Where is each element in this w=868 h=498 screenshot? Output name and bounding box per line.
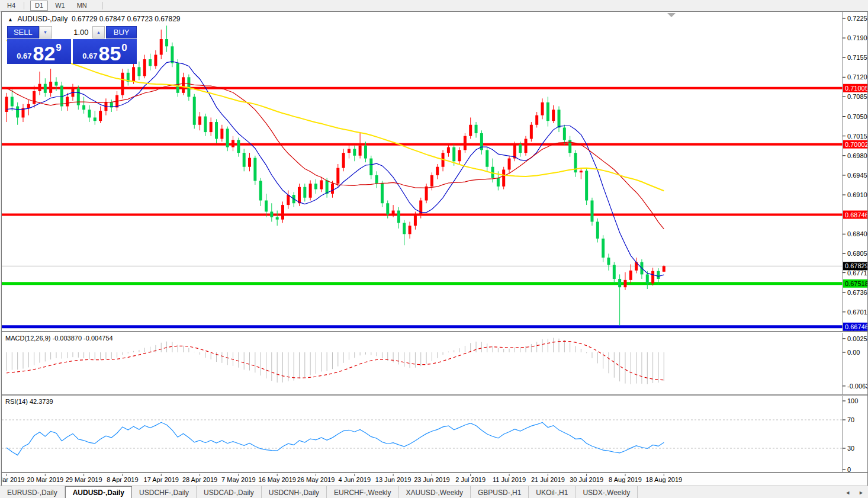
svg-text:70: 70 [847, 416, 854, 423]
svg-text:30: 30 [847, 445, 854, 452]
volume-input[interactable] [52, 26, 92, 38]
volume-increase-button[interactable]: ▲ [92, 26, 105, 38]
tab-scroll-right-icon[interactable]: ► [854, 490, 868, 496]
tab-scroll-nav: ◄► [841, 486, 868, 498]
svg-text:0.66746: 0.66746 [845, 323, 867, 330]
one-click-trade-panel: SELL ▼ ▲ BUY 0.67 82 9 0.67 85 0 [7, 26, 137, 64]
svg-text:26 May 2019: 26 May 2019 [297, 476, 335, 483]
timeframe-button-d1[interactable]: D1 [30, 1, 48, 11]
date-axis[interactable]: 11 Mar 201920 Mar 201929 Mar 20198 Apr 2… [2, 474, 867, 486]
svg-text:0.67360: 0.67360 [847, 289, 867, 296]
ohlc-low: 0.67723 [127, 15, 152, 23]
sell-price-pip: 9 [56, 42, 61, 54]
svg-text:28 Apr 2019: 28 Apr 2019 [182, 476, 217, 483]
macd-panel-svg[interactable]: 0.0025740.00-0.006326MACD(12,26,9) -0.00… [2, 333, 867, 394]
svg-text:8 Aug 2019: 8 Aug 2019 [609, 476, 642, 483]
svg-text:0.69800: 0.69800 [847, 152, 867, 159]
collapse-triangle-icon[interactable]: ▲ [8, 17, 13, 23]
svg-text:30 Jul 2019: 30 Jul 2019 [570, 476, 603, 483]
chart-tab-usdchfdaily[interactable]: USDCHF-,Daily [132, 486, 197, 498]
buy-price-pip: 0 [121, 42, 127, 54]
svg-text:0.71200: 0.71200 [847, 73, 867, 81]
timeframe-button-h4[interactable]: H4 [2, 1, 20, 11]
svg-text:11 Mar 2019: 11 Mar 2019 [2, 476, 24, 483]
svg-text:0.70500: 0.70500 [847, 113, 867, 120]
buy-price-prefix: 0.67 [82, 52, 97, 60]
chart-window: ▲ AUDUSD-,Daily 0.67729 0.67847 0.67723 … [1, 11, 868, 486]
svg-text:20 Mar 2019: 20 Mar 2019 [27, 476, 63, 483]
trading-terminal: H4D1W1MN ▲ AUDUSD-,Daily 0.67729 0.67847… [0, 0, 868, 498]
chart-tab-audusddaily[interactable]: AUDUSD-,Daily [65, 486, 132, 498]
chart-tab-usdcaddaily[interactable]: USDCAD-,Daily [197, 486, 262, 498]
macd-title: MACD(12,26,9) -0.003870 -0.004754 [5, 335, 113, 342]
timeframe-button-w1[interactable]: W1 [50, 1, 70, 11]
svg-text:0.002574: 0.002574 [847, 335, 867, 342]
ohlc-close: 0.67829 [155, 15, 180, 23]
svg-text:0.67518: 0.67518 [845, 280, 867, 287]
chart-tab-xauusdweekly[interactable]: XAUUSD-,Weekly [399, 486, 471, 498]
svg-text:21 Jul 2019: 21 Jul 2019 [531, 476, 565, 483]
chart-tab-eurusddaily[interactable]: EURUSD-,Daily [0, 486, 65, 498]
toolbar-separator [24, 2, 24, 9]
svg-text:13 Jun 2019: 13 Jun 2019 [375, 476, 412, 483]
svg-text:0.68400: 0.68400 [847, 230, 867, 237]
svg-text:29 Mar 2019: 29 Mar 2019 [66, 476, 102, 483]
svg-text:0.68050: 0.68050 [847, 250, 867, 257]
chart-tab-ukoilh1[interactable]: UKOil-,H1 [529, 486, 576, 498]
chart-tab-bar: EURUSD-,DailyAUDUSD-,DailyUSDCHF-,DailyU… [0, 486, 868, 498]
buy-price-big: 85 [99, 44, 121, 62]
svg-text:0.72250: 0.72250 [847, 15, 867, 22]
volume-decrease-button[interactable]: ▼ [39, 26, 52, 38]
rsi-panel-svg[interactable]: 10070300RSI(14) 42.3739 [2, 396, 867, 472]
timeframe-toolbar: H4D1W1MN [0, 0, 868, 12]
svg-text:-0.006326: -0.006326 [847, 383, 867, 390]
svg-text:0.67710: 0.67710 [847, 269, 867, 277]
svg-text:11 Jul 2019: 11 Jul 2019 [493, 476, 526, 483]
svg-text:0.71005: 0.71005 [845, 85, 867, 92]
buy-price-button[interactable]: 0.67 85 0 [73, 39, 137, 64]
svg-text:0.70150: 0.70150 [847, 133, 867, 140]
macd-indicator-panel[interactable]: 0.0025740.00-0.006326MACD(12,26,9) -0.00… [2, 333, 867, 394]
svg-text:0.70002: 0.70002 [845, 141, 867, 148]
buy-button[interactable]: BUY [106, 26, 137, 38]
svg-text:0.69450: 0.69450 [847, 172, 867, 179]
svg-text:0.70850: 0.70850 [847, 93, 867, 100]
rsi-title: RSI(14) 42.3739 [5, 398, 53, 405]
svg-text:18 Aug 2019: 18 Aug 2019 [645, 476, 682, 483]
timeframe-button-mn[interactable]: MN [72, 1, 92, 11]
ohlc-high: 0.67847 [99, 15, 125, 23]
chart-tab-usdxweekly[interactable]: USDX-,Weekly [576, 486, 638, 498]
date-axis-svg[interactable]: 11 Mar 201920 Mar 201929 Mar 20198 Apr 2… [2, 474, 867, 486]
svg-text:0: 0 [847, 466, 851, 472]
tab-scroll-left-icon[interactable]: ◄ [841, 490, 854, 496]
svg-text:0.69100: 0.69100 [847, 191, 867, 198]
svg-text:4 Jun 2019: 4 Jun 2019 [339, 476, 371, 483]
toolbar-separator [102, 2, 103, 9]
ohlc-open: 0.67729 [72, 15, 97, 23]
sell-price-big: 82 [33, 44, 56, 62]
svg-text:7 May 2019: 7 May 2019 [221, 476, 255, 483]
svg-text:16 May 2019: 16 May 2019 [258, 476, 296, 483]
svg-text:0.71900: 0.71900 [847, 34, 867, 41]
sell-price-prefix: 0.67 [17, 52, 31, 60]
svg-text:100: 100 [847, 397, 858, 404]
svg-text:2 Jul 2019: 2 Jul 2019 [455, 476, 486, 483]
sell-button[interactable]: SELL [7, 26, 39, 38]
svg-text:0.00: 0.00 [847, 349, 860, 356]
chart-symbol-header: ▲ AUDUSD-,Daily 0.67729 0.67847 0.67723 … [8, 15, 181, 23]
chart-tab-gbpusdh1[interactable]: GBPUSD-,H1 [471, 486, 529, 498]
sell-price-button[interactable]: 0.67 82 9 [7, 39, 71, 64]
svg-text:0.68746: 0.68746 [845, 211, 867, 219]
chart-tab-usdcnhdaily[interactable]: USDCNH-,Daily [262, 486, 327, 498]
svg-text:0.71550: 0.71550 [847, 54, 867, 61]
chart-tab-eurchfweekly[interactable]: EURCHF-,Weekly [327, 486, 398, 498]
symbol-name: AUDUSD-,Daily [18, 15, 68, 23]
rsi-indicator-panel[interactable]: 10070300RSI(14) 42.3739 [2, 396, 867, 472]
svg-text:0.67829: 0.67829 [845, 262, 867, 269]
svg-text:8 Apr 2019: 8 Apr 2019 [107, 476, 138, 483]
svg-text:0.67010: 0.67010 [847, 309, 867, 316]
svg-text:17 Apr 2019: 17 Apr 2019 [144, 476, 179, 483]
svg-text:23 Jun 2019: 23 Jun 2019 [414, 476, 450, 483]
